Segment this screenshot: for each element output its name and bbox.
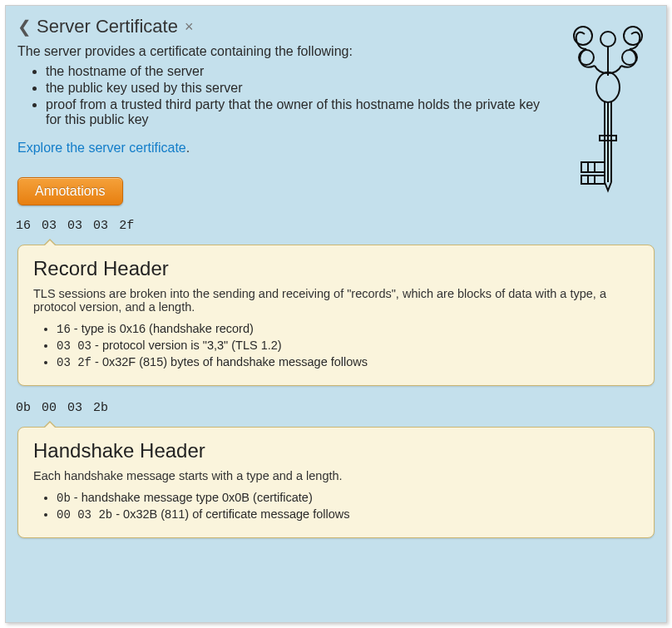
- card-list-item: 0b - handshake message type 0x0B (certif…: [57, 491, 639, 505]
- annotations-button[interactable]: Annotations: [17, 177, 123, 205]
- item-tail: - 0x32B (811) of certificate message fol…: [112, 507, 349, 521]
- item-tail: - protocol version is "3,3" (TLS 1.2): [91, 339, 282, 352]
- svg-rect-10: [581, 162, 605, 172]
- annotation-card: Handshake Header Each handshake message …: [17, 427, 655, 538]
- intro-list-item: the hostname of the server: [46, 64, 553, 79]
- svg-point-0: [600, 32, 615, 47]
- item-tail: - type is 0x16 (handshake record): [71, 322, 254, 335]
- hex-byte: 0b: [16, 401, 31, 415]
- hex-code: 0b: [57, 492, 71, 505]
- close-icon[interactable]: ×: [185, 18, 194, 36]
- card-list: 16 - type is 0x16 (handshake record) 03 …: [57, 322, 639, 369]
- card-list-item: 03 03 - protocol version is "3,3" (TLS 1…: [57, 339, 639, 353]
- svg-rect-13: [581, 176, 605, 184]
- card-list: 0b - handshake message type 0x0B (certif…: [57, 491, 639, 522]
- hex-byte: 16: [16, 219, 31, 233]
- annotation-card: Record Header TLS sessions are broken in…: [17, 245, 655, 386]
- card-desc: Each handshake message starts with a typ…: [33, 469, 639, 482]
- hex-byte: 2b: [93, 401, 108, 415]
- hex-byte: 03: [93, 219, 108, 233]
- hex-code: 03 2f: [57, 356, 91, 369]
- hex-byte: 00: [42, 401, 57, 415]
- key-illustration: [558, 11, 658, 202]
- card-desc: TLS sessions are broken into the sending…: [33, 287, 639, 314]
- hex-bytes-row: 0b 00 03 2b: [16, 401, 655, 415]
- intro-list: the hostname of the server the public ke…: [46, 64, 553, 127]
- hex-byte: 2f: [119, 219, 134, 233]
- item-tail: - handshake message type 0x0B (certifica…: [71, 491, 313, 504]
- card-title: Handshake Header: [33, 439, 639, 462]
- intro-text: The server provides a certificate contai…: [17, 44, 533, 59]
- hex-code: 00 03 2b: [57, 508, 112, 522]
- card-list-item: 00 03 2b - 0x32B (811) of certificate me…: [57, 507, 639, 522]
- item-tail: - 0x32F (815) bytes of handshake message…: [91, 355, 368, 368]
- svg-point-3: [579, 50, 594, 65]
- title-text: Server Certificate: [37, 16, 178, 37]
- intro-list-item: the public key used by this server: [46, 81, 553, 96]
- svg-point-5: [596, 72, 620, 102]
- back-chevron-icon[interactable]: ❮: [17, 17, 32, 37]
- card-title: Record Header: [33, 257, 639, 280]
- card-list-item: 03 2f - 0x32F (815) bytes of handshake m…: [57, 355, 639, 369]
- card-list-item: 16 - type is 0x16 (handshake record): [57, 322, 639, 336]
- hex-byte: 03: [67, 219, 82, 233]
- intro-list-item: proof from a trusted third party that th…: [46, 97, 553, 127]
- page-container: ❮ Server Certificate × The server provid…: [5, 5, 667, 623]
- hex-byte: 03: [67, 401, 82, 415]
- hex-code: 16: [57, 323, 71, 336]
- hex-byte: 03: [42, 219, 57, 233]
- svg-point-4: [622, 50, 637, 65]
- hex-code: 03 03: [57, 339, 91, 353]
- explore-link[interactable]: Explore the server certificate: [17, 141, 186, 155]
- hex-bytes-row: 16 03 03 03 2f: [16, 219, 655, 233]
